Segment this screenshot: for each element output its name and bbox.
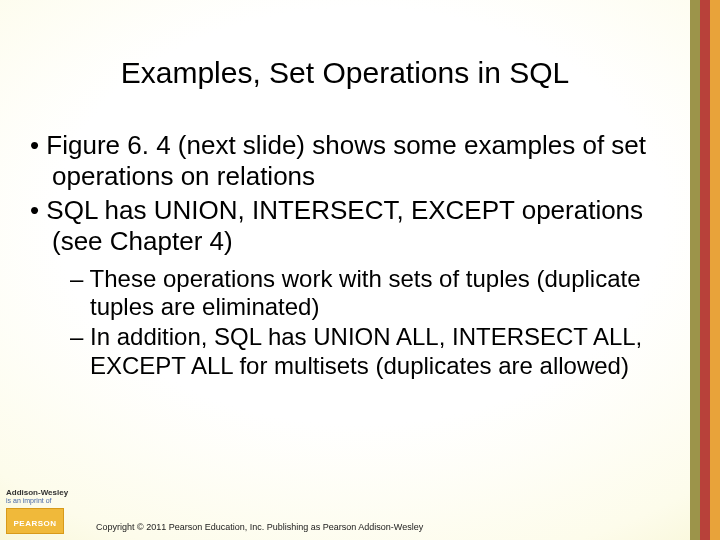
copyright-text: Copyright © 2011 Pearson Education, Inc.… bbox=[96, 522, 423, 532]
slide-body: Figure 6. 4 (next slide) shows some exam… bbox=[30, 130, 670, 382]
imprint-sub: is an imprint of bbox=[6, 497, 76, 504]
slide-title: Examples, Set Operations in SQL bbox=[0, 56, 690, 90]
bullet-item: SQL has UNION, INTERSECT, EXCEPT operati… bbox=[30, 195, 670, 256]
decorative-stripes bbox=[690, 0, 720, 540]
imprint-name: Addison-Wesley bbox=[6, 489, 76, 497]
sub-bullet-item: These operations work with sets of tuple… bbox=[70, 265, 670, 322]
sub-bullet-item: In addition, SQL has UNION ALL, INTERSEC… bbox=[70, 323, 670, 380]
pearson-logo-text: PEARSON bbox=[13, 519, 56, 528]
publisher-block: Addison-Wesley is an imprint of PEARSON bbox=[6, 489, 76, 534]
pearson-logo: PEARSON bbox=[6, 508, 64, 534]
bullet-item: Figure 6. 4 (next slide) shows some exam… bbox=[30, 130, 670, 191]
